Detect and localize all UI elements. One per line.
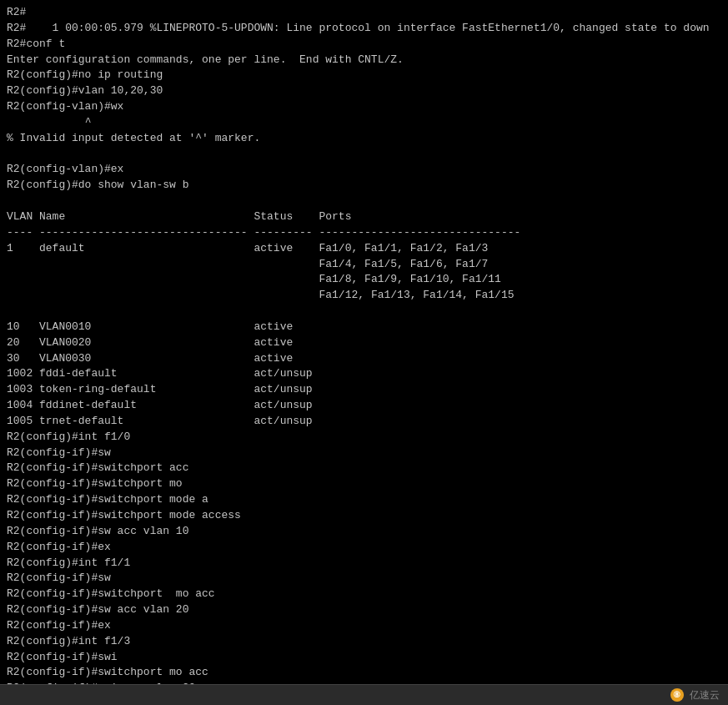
footer-logo: ⑧ 亿速云 bbox=[670, 688, 720, 702]
footer-bar: ⑧ 亿速云 bbox=[0, 684, 728, 705]
terminal-content: R2# R2# 1 00:00:05.979 %LINEPROTO-5-UPDO… bbox=[7, 5, 721, 684]
logo-icon: ⑧ bbox=[670, 688, 684, 702]
terminal-window[interactable]: R2# R2# 1 00:00:05.979 %LINEPROTO-5-UPDO… bbox=[0, 0, 728, 684]
logo-text: 亿速云 bbox=[690, 689, 720, 701]
